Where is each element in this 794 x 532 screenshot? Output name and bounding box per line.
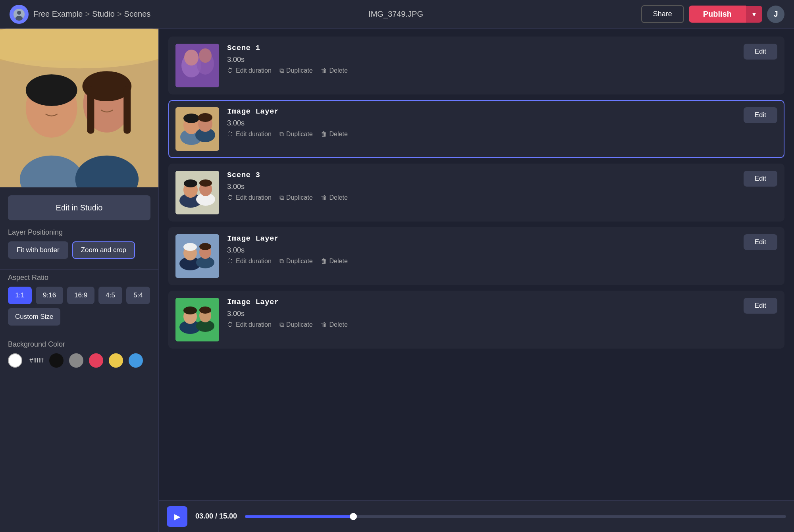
header-right: Share Publish ▾ J [641,5,784,23]
color-swatch-white[interactable] [8,353,22,368]
duplicate-button-il2[interactable]: ⧉ Duplicate [279,258,313,265]
scene-card-3: Scene 3 3.00s ⏱ Edit duration ⧉ Duplicat… [168,164,784,222]
scene-name-image-layer-2: Image Layer [227,234,777,243]
duplicate-label-3: Duplicate [286,194,313,201]
fit-with-border-button[interactable]: Fit with border [8,241,68,259]
custom-size-button[interactable]: Custom Size [8,308,60,326]
color-swatch-blue[interactable] [129,353,143,368]
play-button[interactable]: ▶ [167,506,187,527]
scene-info-1: Scene 1 3.00s ⏱ Edit duration ⧉ Duplicat… [227,44,777,74]
delete-button-il1[interactable]: 🗑 Delete [321,131,348,138]
svg-point-17 [184,50,198,66]
delete-label-1: Delete [330,67,348,74]
timeline-handle[interactable] [350,513,357,520]
layer-positioning-section: Layer Positioning Fit with border Zoom a… [0,228,158,265]
svg-point-46 [183,306,197,314]
edit-image-layer-button-1[interactable]: Edit [744,107,777,123]
publish-dropdown-button[interactable]: ▾ [746,6,762,23]
positioning-buttons: Fit with border Zoom and crop [8,241,150,259]
trash-icon-3: 🗑 [321,194,327,201]
scene-thumbnail-image-layer-2 [175,234,219,278]
color-swatch-gray[interactable] [69,353,83,368]
breadcrumb-current: Scenes [124,10,151,19]
svg-point-2 [15,16,23,21]
zoom-and-crop-button[interactable]: Zoom and crop [72,241,135,259]
user-avatar[interactable]: J [767,6,784,23]
duplicate-button-3[interactable]: ⧉ Duplicate [279,194,313,201]
edit-duration-button-il3[interactable]: ⏱ Edit duration [227,321,272,328]
clock-icon-il2: ⏱ [227,258,233,265]
breadcrumb-sep2: > [117,10,122,19]
duplicate-button-il1[interactable]: ⧉ Duplicate [279,131,313,138]
scene-card-image-layer-2: Image Layer 3.00s ⏱ Edit duration ⧉ Dupl… [168,227,784,285]
scene-info-image-layer-2: Image Layer 3.00s ⏱ Edit duration ⧉ Dupl… [227,234,777,265]
svg-rect-13 [123,86,131,134]
scene-duration-3: 3.00s [227,183,777,191]
aspect-ratio-5-4[interactable]: 5:4 [126,287,150,304]
aspect-ratio-4-5[interactable]: 4:5 [98,287,122,304]
edit-image-layer-button-3[interactable]: Edit [744,298,777,314]
clock-icon-3: ⏱ [227,194,233,201]
color-swatch-red[interactable] [89,353,103,368]
timeline-progress [245,515,353,518]
timeline-bar: ▶ 03.00 / 15.00 [159,500,794,532]
clock-icon-il1: ⏱ [227,131,233,138]
svg-point-22 [183,114,199,123]
edit-duration-button-il1[interactable]: ⏱ Edit duration [227,131,272,138]
breadcrumb-studio[interactable]: Studio [92,10,115,19]
breadcrumb-sep1: > [85,10,90,19]
edit-duration-button-il2[interactable]: ⏱ Edit duration [227,258,272,265]
breadcrumb: Free Example > Studio > Scenes [33,10,150,19]
scene-actions-image-layer-3: ⏱ Edit duration ⧉ Duplicate 🗑 Delete [227,321,777,328]
aspect-ratio-buttons: 1:1 9:16 16:9 4:5 5:4 Custom Size [8,287,150,326]
svg-point-5 [0,29,158,68]
clock-icon-1: ⏱ [227,67,233,74]
edit-duration-label-1: Edit duration [236,67,272,74]
duplicate-icon-1: ⧉ [279,67,284,74]
color-swatch-black[interactable] [49,353,64,368]
edit-duration-button-1[interactable]: ⏱ Edit duration [227,67,272,74]
delete-button-il2[interactable]: 🗑 Delete [321,258,348,265]
aspect-ratio-9-16[interactable]: 9:16 [36,287,63,304]
aspect-ratio-1-1[interactable]: 1:1 [8,287,32,304]
aspect-ratio-title: Aspect Ratio [8,274,150,282]
divider-1 [0,269,158,270]
edit-image-layer-button-2[interactable]: Edit [744,234,777,250]
edit-in-studio-button[interactable]: Edit in Studio [8,195,150,220]
color-swatch-yellow[interactable] [109,353,123,368]
scene-actions-1: ⏱ Edit duration ⧉ Duplicate 🗑 Delete [227,67,777,74]
scene-thumbnail-image-layer-3 [175,298,219,341]
duplicate-icon-il3: ⧉ [279,321,284,328]
svg-point-18 [199,48,212,63]
background-color-section: Background Color #ffffff [0,340,158,376]
duplicate-icon-il2: ⧉ [279,258,284,265]
divider-2 [0,336,158,336]
edit-duration-button-3[interactable]: ⏱ Edit duration [227,194,272,201]
duplicate-button-il3[interactable]: ⧉ Duplicate [279,321,313,328]
svg-point-38 [183,243,197,251]
delete-button-il3[interactable]: 🗑 Delete [321,321,348,328]
delete-button-3[interactable]: 🗑 Delete [321,194,348,201]
scene-name-image-layer-1: Image Layer [227,107,777,116]
publish-button[interactable]: Publish [689,6,746,23]
edit-duration-label-il2: Edit duration [236,258,272,265]
scene-duration-image-layer-3: 3.00s [227,310,777,318]
aspect-ratio-16-9[interactable]: 16:9 [67,287,94,304]
scene-duration-1: 3.00s [227,56,777,64]
scene-name-image-layer-3: Image Layer [227,298,777,306]
svg-point-33 [199,179,212,187]
duplicate-button-1[interactable]: ⧉ Duplicate [279,67,313,74]
share-button[interactable]: Share [641,5,684,23]
aspect-ratio-section: Aspect Ratio 1:1 9:16 16:9 4:5 5:4 Custo… [0,274,158,332]
filename-display: IMG_3749.JPG [368,10,423,19]
duplicate-label-il2: Duplicate [286,258,313,265]
timeline-track[interactable] [245,515,786,518]
publish-button-group: Publish ▾ [689,6,762,23]
timeline-time: 03.00 / 15.00 [195,512,237,520]
delete-label-il3: Delete [330,321,348,328]
edit-scene-button-3[interactable]: Edit [744,171,777,187]
delete-button-1[interactable]: 🗑 Delete [321,67,348,74]
breadcrumb-root[interactable]: Free Example [33,10,83,19]
edit-scene-button-1[interactable]: Edit [744,44,777,60]
scene-info-image-layer-3: Image Layer 3.00s ⏱ Edit duration ⧉ Dupl… [227,298,777,328]
